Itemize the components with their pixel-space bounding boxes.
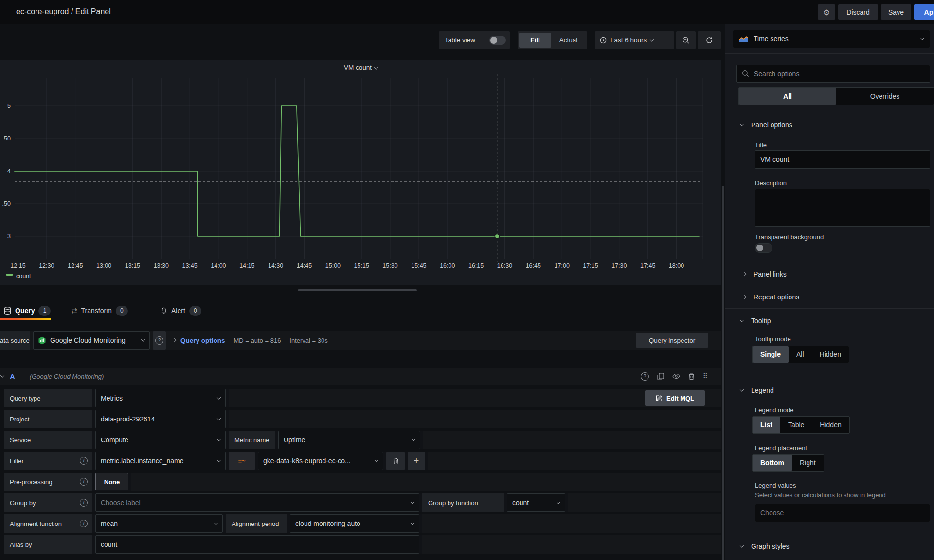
alignment-period-select[interactable]: cloud monitoring auto — [290, 514, 419, 533]
time-series-viz-icon — [739, 35, 749, 43]
refresh-button[interactable] — [698, 31, 721, 49]
actual-option[interactable]: Actual — [551, 36, 586, 44]
legend-placement-group: Bottom Right — [752, 454, 824, 472]
remove-query-trash-icon[interactable] — [688, 373, 695, 380]
panel-options-header: Panel options — [751, 121, 792, 129]
filter-value-select[interactable]: gke-data-k8s-euprod-ec-co... — [258, 452, 383, 470]
grafana-edit-panel: { "header": { "title": "ec-core-euprod /… — [0, 0, 934, 560]
legend-placement-right[interactable]: Right — [792, 455, 824, 471]
transparent-background-toggle[interactable] — [755, 243, 772, 253]
info-icon[interactable]: i — [80, 457, 88, 465]
fill-option[interactable]: Fill — [519, 33, 551, 48]
section-graph-styles[interactable]: Graph styles — [740, 542, 790, 550]
transform-icon: ⇄ — [71, 306, 77, 315]
legend-mode-label: Legend mode — [755, 406, 794, 414]
filter-field-value: metric.label.instance_name — [101, 457, 183, 465]
edit-mql-button[interactable]: Edit MQL — [645, 390, 705, 406]
repeat-options-header: Repeat options — [754, 293, 799, 301]
project-select[interactable]: data-prod-292614 — [95, 410, 226, 428]
tooltip-header: Tooltip — [751, 317, 771, 325]
hide-response-eye-icon[interactable] — [672, 373, 680, 379]
tooltip-mode-all[interactable]: All — [789, 346, 812, 363]
tab-alert[interactable]: Alert 0 — [161, 303, 201, 318]
group-by-function-select[interactable]: count — [507, 493, 565, 512]
section-tooltip[interactable]: Tooltip — [740, 317, 771, 325]
section-panel-options[interactable]: Panel options — [740, 121, 792, 129]
breadcrumb: ec-core-euprod / Edit Panel — [16, 7, 111, 16]
legend-mode-table[interactable]: Table — [780, 417, 812, 433]
database-icon — [4, 307, 11, 315]
panel-title-input[interactable] — [755, 150, 930, 169]
query-ref-header[interactable]: A (Google Cloud Monitoring) ? ⠿ — [0, 368, 721, 385]
alignment-function-label: Alignment function i — [4, 514, 92, 533]
apply-button[interactable]: Apply — [914, 4, 934, 20]
duplicate-icon[interactable] — [657, 373, 664, 380]
options-search-input[interactable] — [753, 70, 925, 78]
row-group-by: Group by i Choose label Group by functio… — [4, 493, 721, 512]
options-search[interactable] — [736, 65, 930, 83]
discard-button[interactable]: Discard — [838, 4, 878, 20]
query-type-value: Metrics — [101, 394, 123, 402]
panel-title[interactable]: VM count — [0, 64, 721, 71]
group-by-select[interactable]: Choose label — [95, 493, 419, 512]
query-help-icon[interactable]: ? — [641, 372, 649, 381]
info-icon[interactable]: i — [80, 520, 88, 527]
back-arrow-icon[interactable]: ← — [0, 5, 7, 18]
zoom-out-button[interactable] — [676, 31, 696, 49]
info-icon[interactable]: i — [80, 499, 88, 507]
visualization-picker[interactable]: Time series — [733, 30, 930, 48]
save-button[interactable]: Save — [881, 4, 911, 20]
row-project: Project data-prod-292614 — [4, 410, 721, 428]
preprocessing-none-button[interactable]: None — [95, 473, 128, 490]
tab-overrides[interactable]: Overrides — [836, 88, 934, 105]
project-value: data-prod-292614 — [101, 415, 155, 423]
collapse-chevron-icon — [0, 373, 4, 377]
legend-header: Legend — [751, 386, 774, 394]
query-inspector-button[interactable]: Query inspector — [636, 332, 708, 348]
alignment-function-label-text: Alignment function — [10, 520, 62, 527]
description-label: Description — [755, 179, 787, 187]
service-label: Service — [4, 431, 92, 449]
add-filter-button[interactable]: + — [408, 452, 425, 470]
options-scrollbar[interactable] — [722, 186, 724, 560]
table-view-switch[interactable] — [489, 36, 506, 45]
panel-description-input[interactable] — [755, 189, 930, 227]
interval-text: Interval = 30s — [289, 337, 327, 344]
query-options-toggle[interactable]: Query options — [173, 331, 225, 350]
alias-by-label: Alias by — [4, 535, 92, 554]
section-repeat-options[interactable]: Repeat options — [743, 293, 799, 301]
tab-transform-label: Transform — [81, 307, 112, 315]
query-type-select[interactable]: Metrics — [95, 389, 226, 407]
title-field-wrap — [755, 150, 930, 169]
legend-mode-list[interactable]: List — [753, 417, 780, 433]
time-range-picker[interactable]: Last 6 hours — [595, 31, 674, 49]
legend-placement-bottom[interactable]: Bottom — [753, 455, 792, 471]
legend-values-select[interactable]: Choose — [755, 504, 930, 522]
datasource-picker[interactable]: Google Cloud Monitoring — [33, 331, 150, 350]
tab-query[interactable]: Query 1 — [4, 303, 51, 318]
section-panel-links[interactable]: Panel links — [743, 270, 787, 278]
tab-all[interactable]: All — [739, 88, 836, 105]
alignment-function-select[interactable]: mean — [95, 514, 223, 533]
row-service: Service Compute Metric name Uptime — [4, 431, 721, 449]
section-legend[interactable]: Legend — [740, 386, 774, 394]
filter-field-select[interactable]: metric.label.instance_name — [95, 452, 226, 470]
drag-handle-icon[interactable]: ⠿ — [703, 372, 708, 380]
filter-operator[interactable]: =~ — [229, 452, 255, 470]
tab-transform[interactable]: ⇄ Transform 0 — [71, 303, 128, 318]
metric-name-select[interactable]: Uptime — [278, 431, 420, 449]
zoom-out-icon — [682, 36, 690, 44]
row-alias: Alias by count — [4, 535, 721, 554]
alias-by-input[interactable]: count — [95, 535, 419, 554]
tooltip-mode-group: Single All Hidden — [752, 346, 849, 363]
info-icon[interactable]: i — [80, 478, 88, 486]
tooltip-mode-hidden[interactable]: Hidden — [812, 346, 849, 363]
table-view-toggle[interactable]: Table view — [439, 31, 510, 49]
tooltip-mode-single[interactable]: Single — [753, 346, 789, 363]
service-select[interactable]: Compute — [95, 431, 226, 449]
datasource-help-button[interactable]: ? — [153, 331, 166, 350]
legend-mode-hidden[interactable]: Hidden — [812, 417, 849, 433]
remove-filter-button[interactable] — [386, 452, 405, 470]
panel-settings-button[interactable]: ⚙ — [818, 4, 835, 20]
pane-resize-handle[interactable] — [298, 289, 417, 291]
